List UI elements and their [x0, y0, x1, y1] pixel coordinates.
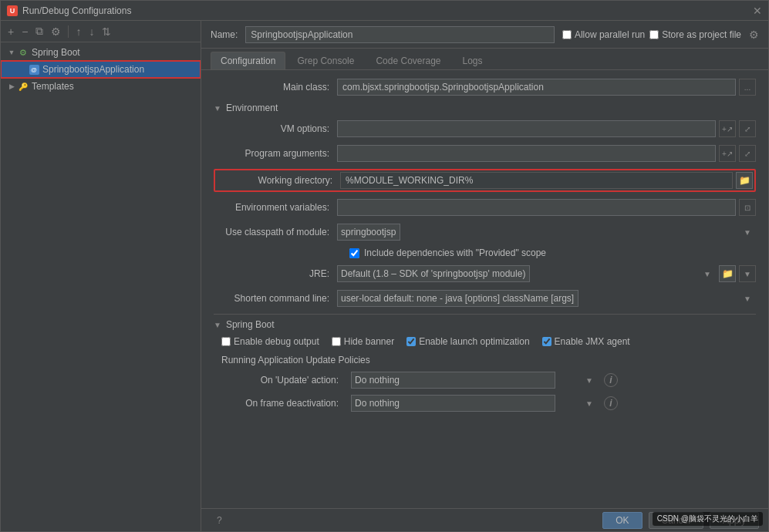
main-class-input[interactable] — [337, 79, 736, 96]
at-icon: @ — [29, 64, 39, 75]
on-update-dropdown-arrow: ▼ — [585, 376, 593, 385]
bottom-status: ? — [211, 515, 596, 526]
working-dir-label: Working directory: — [217, 175, 340, 186]
include-deps-checkbox[interactable] — [349, 248, 359, 258]
apply-button[interactable]: Apply — [710, 512, 759, 529]
hide-banner-item: Hide banner — [332, 336, 394, 347]
tree-node-spring-boot-group[interactable]: ▼ ⚙ Spring Boot — [1, 44, 201, 61]
main-class-browse-button[interactable]: ... — [739, 79, 756, 96]
name-row: Name: Allow parallel run Store as projec… — [201, 21, 768, 49]
store-project-label: Store as project file — [662, 29, 741, 40]
title-bar: U Run/Debug Configurations ✕ — [1, 1, 768, 21]
jre-dropdown-arrow: ▼ — [703, 270, 711, 278]
include-deps-checkbox-group: Include dependencies with "Provided" sco… — [349, 247, 546, 258]
run-debug-configurations-window: U Run/Debug Configurations ✕ + − ⧉ ⚙ ↑ ↓… — [0, 0, 769, 532]
tree-node-templates[interactable]: ▶ 🔑 Templates — [1, 78, 201, 95]
launch-opt-label: Enable launch optimization — [419, 336, 529, 347]
debug-output-item: Enable debug output — [221, 336, 319, 347]
jmx-agent-checkbox[interactable] — [542, 337, 551, 346]
allow-parallel-checkbox[interactable] — [562, 30, 572, 39]
vm-options-row: VM options: +↗ ⤢ — [214, 120, 756, 138]
jre-select[interactable]: Default (1.8 – SDK of 'springbootjsp' mo… — [337, 265, 530, 282]
help-icon[interactable]: ? — [217, 515, 222, 526]
main-content: + − ⧉ ⚙ ↑ ↓ ⇅ ▼ ⚙ Spring Boot — [1, 21, 768, 531]
vm-options-expand[interactable]: +↗ — [719, 120, 736, 137]
cancel-button[interactable]: Cancel — [649, 512, 703, 529]
working-dir-input[interactable] — [340, 172, 733, 189]
shorten-cmd-row: Shorten command line: user-local default… — [214, 289, 756, 308]
policies-title: Running Application Update Policies — [221, 355, 756, 365]
classpath-row: Use classpath of module: springbootjsp ▼ — [214, 223, 756, 241]
environment-header: ▼ Environment — [214, 103, 756, 113]
jre-expand[interactable]: ▼ — [739, 265, 756, 282]
templates-icon: 🔑 — [18, 81, 29, 92]
remove-button[interactable]: − — [19, 24, 30, 39]
env-vars-row: Environment variables: ⊡ — [214, 198, 756, 217]
program-args-expand2[interactable]: ⤢ — [739, 145, 756, 162]
jre-label: JRE: — [214, 268, 337, 279]
close-icon[interactable]: ✕ — [753, 5, 762, 17]
on-update-info-button[interactable]: i — [604, 373, 618, 387]
program-args-expand[interactable]: +↗ — [719, 145, 736, 162]
tab-configuration[interactable]: Configuration — [211, 52, 285, 69]
working-dir-folder-button[interactable]: 📁 — [736, 172, 753, 189]
env-vars-input[interactable] — [337, 199, 736, 216]
spring-boot-arrow: ▼ — [214, 321, 221, 329]
move-down-button[interactable]: ↓ — [86, 24, 96, 39]
on-update-select[interactable]: Do nothing Hot swap classes and update t… — [351, 372, 555, 389]
env-vars-expand[interactable]: ⊡ — [739, 199, 756, 216]
tab-code-coverage[interactable]: Code Coverage — [366, 52, 450, 69]
vm-options-label: VM options: — [214, 123, 337, 134]
spring-boot-section-header: ▼ Spring Boot — [214, 319, 756, 330]
shorten-cmd-value-container: user-local default: none - java [options… — [337, 290, 756, 307]
vm-options-expand2[interactable]: ⤢ — [739, 120, 756, 137]
classpath-value-container: springbootjsp ▼ — [337, 224, 756, 241]
gear-button[interactable]: ⚙ — [749, 29, 759, 41]
program-args-row: Program arguments: +↗ ⤢ — [214, 144, 756, 163]
sort-button[interactable]: ⇅ — [99, 24, 113, 39]
tab-grep-console[interactable]: Grep Console — [287, 52, 364, 69]
include-deps-row: Include dependencies with "Provided" sco… — [214, 247, 756, 258]
jre-dropdown-wrapper: Default (1.8 – SDK of 'springbootjsp' mo… — [337, 265, 716, 282]
tabs-bar: Configuration Grep Console Code Coverage… — [201, 49, 768, 70]
debug-output-checkbox[interactable] — [221, 337, 231, 346]
right-panel: Name: Allow parallel run Store as projec… — [201, 21, 768, 531]
jre-row: JRE: Default (1.8 – SDK of 'springbootjs… — [214, 264, 756, 283]
hide-banner-checkbox[interactable] — [332, 337, 341, 346]
title-bar-left: U Run/Debug Configurations — [7, 5, 131, 16]
on-frame-row: On frame deactivation: Do nothing Hot sw… — [221, 395, 756, 412]
ok-button[interactable]: OK — [602, 512, 642, 529]
jre-folder-button[interactable]: 📁 — [719, 265, 736, 282]
vm-options-input[interactable] — [337, 120, 716, 137]
main-class-label: Main class: — [214, 82, 337, 93]
tab-logs[interactable]: Logs — [453, 52, 493, 69]
working-dir-inner: 📁 — [340, 172, 753, 189]
allow-parallel-item: Allow parallel run — [562, 29, 645, 40]
settings-button[interactable]: ⚙ — [49, 24, 63, 39]
on-frame-select[interactable]: Do nothing Hot swap classes and update t… — [351, 395, 555, 412]
launch-opt-checkbox[interactable] — [406, 337, 416, 346]
shorten-cmd-dropdown-arrow: ▼ — [744, 295, 751, 303]
add-button[interactable]: + — [5, 24, 16, 39]
tree-node-app[interactable]: @ SpringbootjspApplication — [1, 61, 201, 78]
on-frame-label: On frame deactivation: — [221, 398, 345, 409]
window-title: Run/Debug Configurations — [22, 5, 131, 16]
copy-button[interactable]: ⧉ — [33, 23, 46, 39]
store-project-checkbox[interactable] — [649, 30, 659, 39]
jre-value-container: Default (1.8 – SDK of 'springbootjsp' mo… — [337, 265, 756, 282]
on-frame-info-button[interactable]: i — [604, 396, 618, 410]
policies-section: Running Application Update Policies On '… — [214, 355, 756, 412]
divider — [214, 314, 756, 315]
shorten-cmd-select[interactable]: user-local default: none - java [options… — [337, 290, 578, 307]
spring-boot-header-label: Spring Boot — [226, 319, 275, 330]
name-input[interactable] — [245, 26, 555, 43]
shorten-cmd-label: Shorten command line: — [214, 293, 337, 304]
move-up-button[interactable]: ↑ — [73, 24, 83, 39]
program-args-input[interactable] — [337, 145, 716, 162]
separator — [68, 25, 69, 38]
environment-label: Environment — [226, 103, 278, 113]
env-vars-label: Environment variables: — [214, 202, 337, 213]
include-deps-label: Include dependencies with "Provided" sco… — [364, 247, 546, 258]
config-content: Main class: ... ▼ Environment VM options… — [201, 70, 768, 508]
classpath-select[interactable]: springbootjsp — [337, 224, 400, 241]
